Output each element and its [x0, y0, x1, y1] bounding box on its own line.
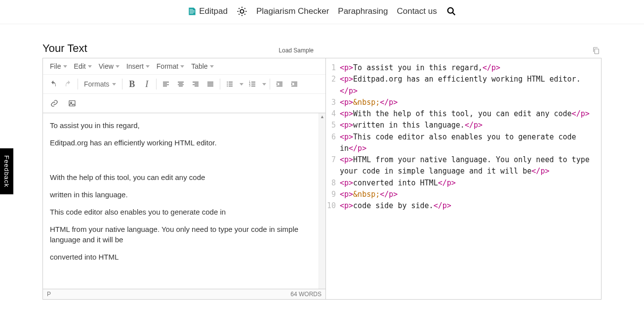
load-sample-link[interactable]: Load Sample [279, 47, 319, 55]
code-line: 10<p>code side by side.</p> [326, 200, 598, 212]
svg-point-0 [240, 9, 243, 13]
code-text: <p>HTML from your native language. You o… [340, 154, 598, 178]
svg-point-3 [227, 82, 228, 83]
italic-button[interactable]: I [139, 77, 154, 91]
code-text: <p>written in this language.</p> [340, 120, 598, 131]
code-line: 8<p>converted into HTML</p> [326, 178, 598, 189]
brand-text: Editpad [199, 6, 228, 16]
editor-paragraph: converted into HTML [50, 252, 316, 262]
menu-view[interactable]: View [97, 61, 121, 71]
editor-paragraph: Editpad.org has an efficiently working H… [50, 137, 316, 148]
svg-point-5 [227, 86, 228, 87]
feedback-tab[interactable]: Feedback [0, 148, 13, 194]
status-path: P [47, 291, 51, 298]
chevron-down-icon [146, 65, 150, 68]
code-line: 4<p>With the help of this tool, you can … [326, 108, 598, 120]
code-text: <p>&nbsp;</p> [340, 189, 598, 200]
menu-table[interactable]: Table [189, 61, 215, 71]
editor-paragraph [50, 269, 316, 279]
line-number: 5 [326, 120, 340, 131]
code-text: <p>Editpad.org has an efficiently workin… [340, 74, 598, 97]
svg-text:3: 3 [249, 85, 251, 87]
svg-point-1 [447, 8, 453, 13]
editor-toolbar: Formats B I 123 [43, 75, 325, 94]
theme-toggle-icon[interactable] [237, 6, 247, 17]
notepad-icon [187, 6, 197, 16]
image-button[interactable] [65, 96, 80, 111]
line-number: 10 [326, 200, 340, 212]
align-justify-button[interactable] [203, 77, 218, 91]
section-title: Your Text [42, 42, 87, 55]
code-text: <p>&nbsp;</p> [340, 97, 598, 108]
brand-link[interactable]: Editpad [187, 6, 228, 16]
line-number: 3 [326, 97, 340, 108]
scrollbar[interactable]: ▲ [319, 113, 325, 289]
code-line: 7<p>HTML from your native language. You … [326, 154, 598, 178]
editor-paragraph: With the help of this tool, you can edit… [50, 172, 316, 182]
chevron-down-icon [88, 65, 92, 68]
line-number: 6 [326, 132, 340, 155]
code-line: 9<p>&nbsp;</p> [326, 189, 598, 200]
menu-insert[interactable]: Insert [124, 61, 152, 71]
editor-paragraph: HTML from your native language. You only… [50, 224, 316, 245]
editor-paragraph: This code editor also enables you to gen… [50, 207, 316, 217]
line-number: 8 [326, 178, 340, 189]
align-left-button[interactable] [159, 77, 173, 91]
nav-contact[interactable]: Contact us [397, 6, 437, 16]
link-button[interactable] [47, 96, 62, 111]
menu-file[interactable]: File [48, 61, 69, 71]
menu-format[interactable]: Format [155, 61, 186, 71]
search-icon[interactable] [446, 6, 457, 17]
editor-paragraph [50, 155, 316, 165]
align-right-button[interactable] [188, 77, 203, 91]
code-pane[interactable]: 1<p>To assist you in this regard,</p>2<p… [326, 58, 601, 299]
chevron-down-icon [116, 65, 120, 68]
chevron-down-icon [210, 65, 214, 68]
svg-point-4 [227, 84, 228, 85]
number-list-button[interactable]: 123 [245, 77, 260, 91]
nav-plagiarism[interactable]: Plagiarism Checker [256, 6, 329, 16]
align-center-button[interactable] [173, 77, 188, 91]
line-number: 7 [326, 154, 340, 178]
code-line: 1<p>To assist you in this regard,</p> [326, 62, 598, 74]
code-text: <p>To assist you in this regard,</p> [340, 62, 598, 74]
chevron-down-icon [180, 65, 184, 68]
code-text: <p>converted into HTML</p> [340, 178, 598, 189]
line-number: 4 [326, 108, 340, 120]
status-word-count: 64 WORDS [290, 291, 322, 298]
line-number: 2 [326, 74, 340, 97]
svg-rect-2 [595, 49, 599, 54]
main: Your Text Load Sample File Edit View Ins… [42, 42, 602, 300]
editor-content[interactable]: To assist you in this regard,Editpad.org… [43, 113, 325, 289]
editor-statusbar: P 64 WORDS [43, 289, 325, 299]
code-text: <p>This code editor also enables you to … [340, 132, 598, 155]
line-number: 1 [326, 62, 340, 74]
undo-button[interactable] [46, 77, 61, 91]
code-line: 5<p>written in this language.</p> [326, 120, 598, 131]
formats-dropdown[interactable]: Formats [80, 80, 120, 88]
editor-paragraph: written in this language. [50, 189, 316, 200]
top-navbar: Editpad Plagiarism Checker Paraphrasing … [0, 0, 644, 24]
nav-paraphrasing[interactable]: Paraphrasing [338, 6, 388, 16]
editor-menubar: File Edit View Insert Format Table [43, 58, 325, 75]
editor-toolbar-2 [43, 94, 325, 113]
chevron-down-icon [112, 83, 116, 86]
menu-edit[interactable]: Edit [72, 61, 94, 71]
bullet-list-button[interactable] [222, 77, 237, 91]
number-list-dropdown[interactable] [260, 77, 268, 91]
svg-rect-9 [69, 101, 75, 106]
indent-button[interactable] [287, 77, 302, 91]
bullet-list-dropdown[interactable] [237, 77, 245, 91]
copy-icon[interactable] [592, 46, 601, 55]
editor-paragraph: code side by side. [50, 286, 316, 289]
outdent-button[interactable] [272, 77, 287, 91]
bold-button[interactable]: B [124, 77, 139, 91]
code-line: 3<p>&nbsp;</p> [326, 97, 598, 108]
scroll-up-icon[interactable]: ▲ [319, 113, 325, 120]
editor-pane: File Edit View Insert Format Table Forma… [43, 58, 326, 299]
editor-paragraph: To assist you in this regard, [50, 120, 316, 131]
code-line: 6<p>This code editor also enables you to… [326, 132, 598, 155]
redo-button[interactable] [61, 77, 76, 91]
code-text: <p>code side by side.</p> [340, 200, 598, 212]
code-line: 2<p>Editpad.org has an efficiently worki… [326, 74, 598, 97]
